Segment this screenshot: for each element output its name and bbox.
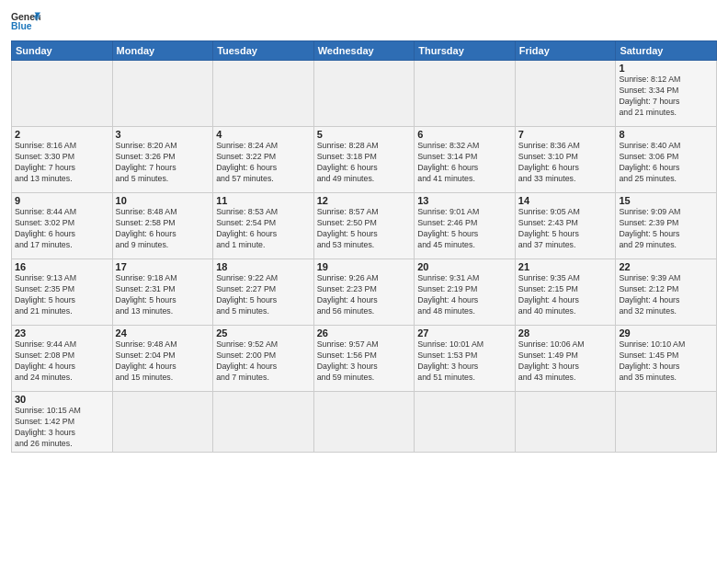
calendar-cell-28: 28Sunrise: 10:06 AM Sunset: 1:49 PM Dayl… — [515, 326, 616, 392]
day-number: 1 — [619, 63, 713, 74]
calendar-cell-empty — [515, 392, 616, 453]
col-header-monday: Monday — [112, 41, 213, 61]
day-info: Sunrise: 10:15 AM Sunset: 1:42 PM Daylig… — [15, 406, 109, 450]
calendar-cell-3: 3Sunrise: 8:20 AM Sunset: 3:26 PM Daylig… — [112, 127, 213, 193]
calendar-cell-17: 17Sunrise: 9:18 AM Sunset: 2:31 PM Dayli… — [112, 259, 213, 326]
col-header-tuesday: Tuesday — [213, 41, 314, 61]
calendar-cell-empty — [415, 61, 516, 127]
calendar-cell-16: 16Sunrise: 9:13 AM Sunset: 2:35 PM Dayli… — [12, 259, 113, 326]
day-number: 2 — [15, 129, 109, 140]
calendar-cell-empty — [112, 392, 213, 453]
calendar-cell-2: 2Sunrise: 8:16 AM Sunset: 3:30 PM Daylig… — [12, 127, 113, 193]
calendar-cell-empty — [213, 61, 314, 127]
day-info: Sunrise: 8:28 AM Sunset: 3:18 PM Dayligh… — [317, 141, 412, 185]
calendar-cell-30: 30Sunrise: 10:15 AM Sunset: 1:42 PM Dayl… — [12, 392, 113, 453]
day-number: 27 — [417, 327, 512, 339]
day-number: 13 — [417, 195, 512, 206]
day-number: 26 — [317, 327, 412, 339]
page: General Blue SundayMondayTuesdayWednesda… — [0, 0, 728, 563]
calendar-cell-20: 20Sunrise: 9:31 AM Sunset: 2:19 PM Dayli… — [415, 259, 516, 326]
day-info: Sunrise: 9:22 AM Sunset: 2:27 PM Dayligh… — [216, 273, 311, 317]
day-info: Sunrise: 8:12 AM Sunset: 3:34 PM Dayligh… — [619, 75, 713, 119]
day-info: Sunrise: 10:10 AM Sunset: 1:45 PM Daylig… — [619, 339, 713, 384]
calendar-cell-29: 29Sunrise: 10:10 AM Sunset: 1:45 PM Dayl… — [616, 326, 717, 392]
calendar-cell-21: 21Sunrise: 9:35 AM Sunset: 2:15 PM Dayli… — [515, 259, 616, 326]
day-number: 3 — [116, 129, 210, 140]
calendar-cell-empty — [213, 392, 314, 453]
day-number: 4 — [216, 129, 311, 140]
day-number: 5 — [317, 129, 412, 140]
day-number: 10 — [116, 195, 210, 206]
calendar: SundayMondayTuesdayWednesdayThursdayFrid… — [11, 40, 717, 453]
day-number: 18 — [216, 261, 311, 272]
col-header-sunday: Sunday — [12, 41, 113, 61]
day-number: 25 — [216, 327, 311, 339]
day-number: 21 — [518, 261, 613, 272]
calendar-cell-6: 6Sunrise: 8:32 AM Sunset: 3:14 PM Daylig… — [415, 127, 516, 193]
calendar-cell-12: 12Sunrise: 8:57 AM Sunset: 2:50 PM Dayli… — [313, 193, 415, 259]
calendar-cell-23: 23Sunrise: 9:44 AM Sunset: 2:08 PM Dayli… — [12, 326, 113, 392]
calendar-cell-7: 7Sunrise: 8:36 AM Sunset: 3:10 PM Daylig… — [515, 127, 616, 193]
day-info: Sunrise: 9:35 AM Sunset: 2:15 PM Dayligh… — [518, 273, 613, 317]
day-info: Sunrise: 9:18 AM Sunset: 2:31 PM Dayligh… — [116, 273, 210, 317]
header: General Blue — [11, 9, 717, 35]
day-info: Sunrise: 9:57 AM Sunset: 1:56 PM Dayligh… — [317, 339, 412, 384]
day-number: 28 — [518, 327, 613, 339]
day-info: Sunrise: 8:57 AM Sunset: 2:50 PM Dayligh… — [317, 207, 412, 251]
col-header-saturday: Saturday — [616, 41, 717, 61]
day-info: Sunrise: 8:24 AM Sunset: 3:22 PM Dayligh… — [216, 141, 311, 185]
day-number: 11 — [216, 195, 311, 206]
day-number: 8 — [619, 129, 713, 140]
calendar-cell-empty — [12, 61, 113, 127]
day-info: Sunrise: 9:13 AM Sunset: 2:35 PM Dayligh… — [15, 273, 109, 317]
day-info: Sunrise: 10:01 AM Sunset: 1:53 PM Daylig… — [417, 339, 512, 384]
calendar-cell-4: 4Sunrise: 8:24 AM Sunset: 3:22 PM Daylig… — [213, 127, 314, 193]
calendar-cell-8: 8Sunrise: 8:40 AM Sunset: 3:06 PM Daylig… — [616, 127, 717, 193]
day-number: 29 — [619, 327, 713, 339]
col-header-thursday: Thursday — [415, 41, 516, 61]
day-number: 16 — [15, 261, 109, 272]
day-info: Sunrise: 8:20 AM Sunset: 3:26 PM Dayligh… — [116, 141, 210, 185]
calendar-cell-27: 27Sunrise: 10:01 AM Sunset: 1:53 PM Dayl… — [415, 326, 516, 392]
calendar-cell-10: 10Sunrise: 8:48 AM Sunset: 2:58 PM Dayli… — [112, 193, 213, 259]
day-info: Sunrise: 10:06 AM Sunset: 1:49 PM Daylig… — [518, 339, 613, 384]
calendar-cell-15: 15Sunrise: 9:09 AM Sunset: 2:39 PM Dayli… — [616, 193, 717, 259]
day-number: 19 — [317, 261, 412, 272]
col-header-wednesday: Wednesday — [313, 41, 415, 61]
day-info: Sunrise: 8:40 AM Sunset: 3:06 PM Dayligh… — [619, 141, 713, 185]
calendar-cell-19: 19Sunrise: 9:26 AM Sunset: 2:23 PM Dayli… — [313, 259, 415, 326]
day-info: Sunrise: 8:44 AM Sunset: 3:02 PM Dayligh… — [15, 207, 109, 251]
day-number: 12 — [317, 195, 412, 206]
calendar-cell-14: 14Sunrise: 9:05 AM Sunset: 2:43 PM Dayli… — [515, 193, 616, 259]
day-number: 7 — [518, 129, 613, 140]
calendar-cell-1: 1Sunrise: 8:12 AM Sunset: 3:34 PM Daylig… — [616, 61, 717, 127]
day-number: 30 — [15, 394, 109, 405]
calendar-cell-empty — [313, 392, 415, 453]
calendar-cell-18: 18Sunrise: 9:22 AM Sunset: 2:27 PM Dayli… — [213, 259, 314, 326]
day-number: 24 — [116, 327, 210, 339]
day-number: 17 — [116, 261, 210, 272]
day-info: Sunrise: 9:01 AM Sunset: 2:46 PM Dayligh… — [417, 207, 512, 251]
logo-icon: General Blue — [11, 9, 40, 35]
day-info: Sunrise: 8:32 AM Sunset: 3:14 PM Dayligh… — [417, 141, 512, 185]
calendar-cell-22: 22Sunrise: 9:39 AM Sunset: 2:12 PM Dayli… — [616, 259, 717, 326]
day-info: Sunrise: 9:05 AM Sunset: 2:43 PM Dayligh… — [518, 207, 613, 251]
day-info: Sunrise: 8:36 AM Sunset: 3:10 PM Dayligh… — [518, 141, 613, 185]
calendar-cell-empty — [515, 61, 616, 127]
calendar-cell-9: 9Sunrise: 8:44 AM Sunset: 3:02 PM Daylig… — [12, 193, 113, 259]
day-number: 6 — [417, 129, 512, 140]
col-header-friday: Friday — [515, 41, 616, 61]
day-info: Sunrise: 9:39 AM Sunset: 2:12 PM Dayligh… — [619, 273, 713, 317]
day-info: Sunrise: 9:26 AM Sunset: 2:23 PM Dayligh… — [317, 273, 412, 317]
svg-text:Blue: Blue — [11, 21, 32, 31]
calendar-cell-empty — [313, 61, 415, 127]
calendar-cell-26: 26Sunrise: 9:57 AM Sunset: 1:56 PM Dayli… — [313, 326, 415, 392]
day-number: 20 — [417, 261, 512, 272]
day-info: Sunrise: 8:48 AM Sunset: 2:58 PM Dayligh… — [116, 207, 210, 251]
day-number: 15 — [619, 195, 713, 206]
calendar-cell-5: 5Sunrise: 8:28 AM Sunset: 3:18 PM Daylig… — [313, 127, 415, 193]
calendar-cell-empty — [112, 61, 213, 127]
calendar-cell-empty — [616, 392, 717, 453]
calendar-cell-24: 24Sunrise: 9:48 AM Sunset: 2:04 PM Dayli… — [112, 326, 213, 392]
day-info: Sunrise: 9:52 AM Sunset: 2:00 PM Dayligh… — [216, 339, 311, 384]
